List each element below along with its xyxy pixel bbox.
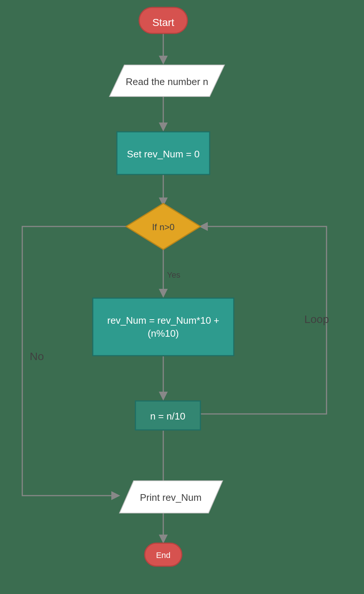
edge-label-no: No [30, 350, 44, 362]
process-calc: rev_Num = rev_Num*10 + (n%10) [93, 298, 234, 356]
io-read-label: Read the number n [126, 76, 209, 87]
process-init: Set rev_Num = 0 [117, 132, 210, 174]
terminal-start-label: Start [152, 17, 174, 28]
process-divide-label: n = n/10 [150, 411, 186, 422]
svg-rect-11 [93, 298, 234, 356]
flowchart-canvas: Yes No Loop Start Read the number n Set … [0, 0, 364, 594]
terminal-start: Start [139, 7, 187, 33]
process-divide: n = n/10 [135, 401, 200, 430]
io-print: Print rev_Num [119, 481, 223, 513]
terminal-end: End [145, 543, 182, 566]
decision-node: If n>0 [126, 203, 200, 249]
decision-label: If n>0 [152, 222, 175, 232]
edge-label-yes: Yes [167, 270, 180, 280]
terminal-end-label: End [156, 551, 170, 560]
process-init-label: Set rev_Num = 0 [127, 148, 200, 160]
io-read: Read the number n [109, 65, 224, 97]
edge-label-loop: Loop [304, 313, 329, 325]
io-print-label: Print rev_Num [140, 492, 201, 503]
process-calc-line1: rev_Num = rev_Num*10 + [107, 315, 219, 326]
process-calc-line2: (n%10) [148, 328, 179, 339]
